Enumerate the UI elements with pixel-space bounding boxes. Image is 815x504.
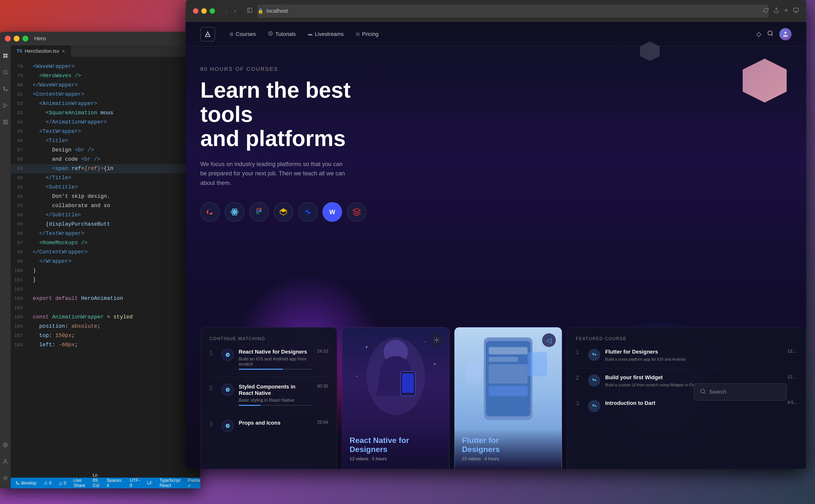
featured-course-title: FEATURED COURSE bbox=[576, 336, 797, 341]
nav-tutorials[interactable]: Tutorials bbox=[268, 31, 296, 37]
featured-item-1[interactable]: 1 Flutter for Designers Build a cross pl… bbox=[576, 349, 797, 368]
react-native-course-card[interactable]: React Native forDesigners 12 videos · 5 … bbox=[342, 327, 450, 469]
nav-courses[interactable]: ⊞ Courses bbox=[230, 31, 256, 37]
search-box[interactable]: Search bbox=[694, 383, 787, 400]
svg-point-22 bbox=[768, 31, 772, 35]
warning-count[interactable]: △ 0 bbox=[59, 480, 66, 486]
code-line-98: 98 </ContentWrapper> bbox=[11, 248, 200, 257]
pricing-icon: ⊟ bbox=[356, 31, 359, 37]
svg-point-2 bbox=[3, 87, 5, 88]
maximize-button[interactable] bbox=[22, 36, 28, 42]
share-icon[interactable] bbox=[773, 7, 779, 15]
lesson-item-2[interactable]: 2 Styled Components inReact Native Basic… bbox=[209, 384, 328, 413]
svg-rect-56 bbox=[489, 386, 528, 396]
svg-point-10 bbox=[4, 460, 6, 461]
search-icon[interactable] bbox=[0, 67, 11, 78]
sidebar-toggle-icon[interactable] bbox=[247, 7, 253, 15]
debug-icon[interactable] bbox=[0, 100, 11, 111]
vscode-title: Hero bbox=[34, 35, 46, 42]
close-button[interactable] bbox=[5, 36, 11, 42]
nav-pricing[interactable]: ⊟ Pricing bbox=[356, 31, 378, 37]
flutter-card-meta: 23 videos · 4 hours bbox=[462, 456, 554, 462]
browser-close-button[interactable] bbox=[193, 8, 198, 14]
lesson-item-3[interactable]: 3 Props and Icons 25:54 bbox=[209, 420, 328, 439]
svg-marker-61 bbox=[593, 378, 595, 381]
code-line-100: 100 ) bbox=[11, 266, 200, 275]
tab-filename: HeroSection.tsx bbox=[25, 48, 59, 54]
continue-watching-card: CONTINUE WATCHING 1 React Native for Des… bbox=[200, 327, 337, 469]
vscode-window: Hero bbox=[0, 32, 200, 488]
language-mode[interactable]: TypeScript React bbox=[159, 478, 180, 488]
vscode-body: TS HeroSection.tsx ✕ 78 <WaveWrapper> 79… bbox=[0, 45, 200, 488]
status-bar: develop ⚠ 0 △ 0 Live Share Ln 89, Col 70… bbox=[11, 478, 200, 488]
tech-icon-figma[interactable] bbox=[249, 202, 269, 222]
live-share[interactable]: Live Share bbox=[74, 478, 85, 488]
browser-traffic-lights bbox=[193, 8, 215, 14]
git-branch[interactable]: develop bbox=[16, 481, 36, 486]
svg-point-13 bbox=[16, 482, 17, 483]
svg-point-20 bbox=[268, 31, 273, 36]
svg-rect-53 bbox=[489, 347, 528, 355]
error-count[interactable]: ⚠ 0 bbox=[44, 480, 52, 486]
new-tab-icon[interactable] bbox=[783, 7, 789, 15]
nav-livestreams[interactable]: ▬ Livestreams bbox=[308, 31, 344, 37]
code-line-106: 106 position: absolute; bbox=[11, 322, 200, 331]
tab-close-icon[interactable]: ✕ bbox=[62, 49, 65, 54]
svg-rect-57 bbox=[528, 352, 547, 376]
nav-search-icon[interactable] bbox=[767, 30, 773, 38]
lesson-desc-1: Build an iOS and Android app from scratc… bbox=[239, 357, 312, 367]
lesson-item-1[interactable]: 1 React Native for Designers Build an iO… bbox=[209, 349, 328, 377]
tech-icon-webflow[interactable]: W bbox=[322, 202, 342, 222]
tech-icon-framer[interactable] bbox=[298, 202, 317, 222]
settings-icon[interactable] bbox=[0, 473, 11, 483]
tech-icon-swift[interactable] bbox=[200, 202, 220, 222]
tech-icon-react[interactable] bbox=[225, 202, 244, 222]
svg-marker-30 bbox=[280, 209, 287, 212]
lesson-desc-2: Basic styling in React Native bbox=[239, 398, 312, 403]
tech-icon-sketch[interactable] bbox=[274, 202, 293, 222]
file-tab[interactable]: TS HeroSection.tsx ✕ bbox=[11, 45, 71, 57]
svg-point-28 bbox=[259, 210, 261, 212]
remote-icon[interactable] bbox=[0, 440, 11, 450]
refresh-icon[interactable] bbox=[763, 8, 769, 14]
minimize-button[interactable] bbox=[14, 36, 20, 42]
code-line-88: 88 and code <br /> bbox=[11, 155, 200, 164]
code-line-84: 84 </AnimationWrapper> bbox=[11, 118, 200, 127]
browser-minimize-button[interactable] bbox=[201, 8, 207, 14]
tech-icon-extra[interactable] bbox=[347, 202, 366, 222]
editor-area: TS HeroSection.tsx ✕ 78 <WaveWrapper> 79… bbox=[11, 45, 200, 488]
code-line-86: 86 <Title> bbox=[11, 136, 200, 146]
tab-grid-icon[interactable] bbox=[793, 7, 799, 15]
back-button[interactable]: ‹ bbox=[224, 7, 230, 15]
code-line-80: 80 </WaveWrapper> bbox=[11, 81, 200, 90]
code-line-104: 104 bbox=[11, 303, 200, 313]
code-line-103: 103 export default HeroAnimation bbox=[11, 294, 200, 303]
featured-desc-1: Build a cross platform app for iOS and A… bbox=[605, 357, 783, 362]
nav-diamond-icon[interactable]: ◇ bbox=[756, 30, 761, 38]
user-avatar[interactable] bbox=[779, 28, 792, 40]
svg-marker-3 bbox=[4, 104, 7, 108]
svg-point-49 bbox=[356, 376, 357, 377]
featured-num-1: 1 bbox=[576, 349, 583, 356]
featured-item-3[interactable]: 3 Introduction to Dart 9:5... bbox=[576, 400, 797, 418]
git-icon[interactable] bbox=[0, 84, 11, 94]
site-logo[interactable] bbox=[200, 27, 215, 42]
code-line-90: 90 </Title> bbox=[11, 173, 200, 183]
continue-watching-title: CONTINUE WATCHING bbox=[209, 336, 328, 341]
website: ⊞ Courses Tutorials ▬ Livestreams ⊟ Pric… bbox=[186, 22, 806, 469]
react-native-card-meta: 12 videos · 5 hours bbox=[349, 456, 442, 462]
code-line-78: 78 <WaveWrapper> bbox=[11, 62, 200, 71]
explorer-icon[interactable] bbox=[0, 50, 11, 61]
tutorials-icon bbox=[268, 31, 273, 37]
account-icon[interactable] bbox=[0, 456, 11, 467]
svg-marker-63 bbox=[593, 404, 595, 407]
code-editor[interactable]: 78 <WaveWrapper> 79 <HeroWaves /> 80 </W… bbox=[11, 57, 200, 478]
code-line-81: 81 <ContentWrapper> bbox=[11, 90, 200, 99]
url-bar[interactable]: 🔒 localhost bbox=[257, 4, 769, 18]
forward-button[interactable]: › bbox=[232, 7, 238, 15]
svg-marker-64 bbox=[595, 405, 596, 407]
svg-point-48 bbox=[434, 363, 436, 365]
browser-maximize-button[interactable] bbox=[210, 8, 215, 14]
extensions-icon[interactable] bbox=[0, 117, 11, 127]
flutter-course-card[interactable]: ◁ Flutter forDesigners 23 videos · 4 hou… bbox=[455, 327, 562, 469]
